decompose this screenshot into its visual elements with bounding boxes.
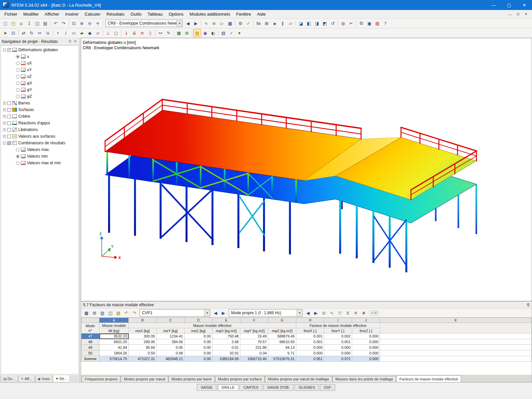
show-results-icon[interactable]: ∿ — [202, 19, 210, 27]
column-letter[interactable]: G — [268, 318, 296, 323]
expander-icon[interactable] — [3, 122, 6, 125]
menu-afficher[interactable]: Afficher — [42, 10, 62, 18]
result-panel-icon[interactable]: ▦ — [226, 19, 234, 27]
free-load-icon[interactable]: ◊ — [146, 29, 154, 37]
tree-item-phiz[interactable]: φZ — [1, 93, 78, 100]
cell-empty[interactable] — [380, 339, 532, 345]
expander-icon[interactable] — [3, 108, 6, 111]
cell-fmez[interactable]: 0.000 — [352, 339, 380, 345]
loadcase-combo[interactable]: CR8 - Enveloppe Combinsaisons Newn ▾ — [105, 20, 183, 27]
chevron-down-icon[interactable]: ▾ — [204, 310, 210, 316]
tree-item-valeurs-max[interactable]: Valeurs max. — [1, 146, 78, 153]
tree-item-combinaisons-de-resultats[interactable]: Combinaisons de résultats — [1, 140, 78, 146]
tree-item-valeurs-max-et-min[interactable]: Valeurs max et min — [1, 160, 78, 166]
column-letter[interactable]: I — [324, 318, 352, 323]
cell-mphiy[interactable]: 231.86 — [240, 345, 268, 350]
table-undo-icon[interactable]: ↶ — [122, 309, 130, 317]
tree-item-phix[interactable]: φX — [1, 80, 78, 86]
cell-mphiy[interactable]: 0.34 — [240, 350, 268, 356]
cell-fmey[interactable]: 0.002 — [324, 333, 352, 339]
tree-item-barres[interactable]: Barres — [1, 100, 78, 106]
member-icon[interactable]: ▭ — [70, 29, 78, 37]
line-icon[interactable]: ∕ — [62, 29, 70, 37]
cell-mex[interactable]: 95.66 — [129, 345, 157, 350]
checkbox[interactable] — [7, 141, 11, 145]
tab-masses-dans-les-points-de-maillage[interactable]: Masses dans les points de maillage — [332, 376, 396, 382]
pin-icon[interactable]: ⚲ — [67, 39, 72, 44]
cell-fmex[interactable]: 0.001 — [296, 333, 324, 339]
rotate-icon[interactable]: ↻ — [28, 29, 36, 37]
menu-tableau[interactable]: Tableau — [145, 10, 166, 18]
select-window-icon[interactable]: ⊡ — [9, 29, 17, 37]
row-header[interactable]: Somme — [81, 356, 99, 362]
excel-export-icon[interactable]: X — [344, 309, 352, 317]
cell-mphiz[interactable]: 94.13 — [268, 345, 296, 350]
status-saisie-dob[interactable]: SAISIE D'OB. — [263, 384, 294, 391]
cell-mphiz[interactable]: 98510.59 — [268, 339, 296, 345]
tree-item-valeurs-min[interactable]: Valeurs min — [1, 153, 78, 160]
cell-fmex[interactable]: 0.000 — [296, 345, 324, 350]
checkbox[interactable] — [16, 161, 20, 165]
status-dxf[interactable]: DXF — [320, 384, 335, 391]
cell-mex[interactable]: 0.50 — [129, 350, 157, 356]
cell-mey[interactable]: 0.08 — [157, 350, 185, 356]
cell-mphiz[interactable]: 588879.45 — [268, 333, 296, 339]
print-graphic-icon[interactable]: ▤ — [373, 19, 381, 27]
cell-mi[interactable]: 41.84 — [99, 345, 129, 350]
status-grille[interactable]: GRILLE — [217, 384, 238, 391]
row-header[interactable]: 48 — [81, 339, 99, 345]
cell-empty[interactable] — [380, 333, 532, 339]
cell-fmey[interactable]: 0.972 — [324, 356, 352, 362]
print-icon[interactable]: ▤ — [41, 19, 49, 27]
cell-mphiy[interactable]: 19.49 — [240, 333, 268, 339]
dimension-icon[interactable]: ↔ — [157, 29, 165, 37]
menu-fenetre[interactable]: Fenêtre — [233, 10, 254, 18]
undo-icon[interactable]: ↶ — [52, 19, 60, 27]
menu-modifier[interactable]: Modifier — [20, 10, 42, 18]
cell-empty[interactable] — [380, 345, 532, 350]
tab-modes-propres-par-surface[interactable]: Modes propres par surface — [215, 376, 265, 382]
zoom-window-icon[interactable]: ⊡ — [70, 19, 78, 27]
expander-icon[interactable] — [3, 115, 6, 118]
cell-mi[interactable]: 1864.26 — [99, 350, 129, 356]
cell-fmez[interactable]: 0.000 — [352, 333, 380, 339]
menu-calculer[interactable]: Calculer — [82, 10, 104, 18]
checkbox[interactable] — [16, 62, 20, 65]
import-icon[interactable]: ↧ — [25, 19, 33, 27]
zoom-in-icon[interactable]: ⊕ — [78, 19, 86, 27]
support-icon[interactable]: ⊥ — [104, 29, 112, 37]
delete-result-icon[interactable]: ✕ — [352, 309, 360, 317]
mdi-minimize-button[interactable]: — — [506, 11, 514, 18]
cell-mez[interactable]: 0.00 — [185, 356, 212, 362]
cell-fmez[interactable]: 0.000 — [352, 345, 380, 350]
panel-toggle-icon[interactable]: ▥ — [193, 29, 201, 37]
menu-aide[interactable]: Aide — [254, 10, 269, 18]
table-corner[interactable] — [81, 318, 99, 323]
calculate-icon[interactable]: ⚙ — [236, 19, 244, 27]
cell-mphix[interactable]: 0.01 — [212, 345, 240, 350]
filter-icon[interactable]: ▽ — [336, 309, 344, 317]
menu-options[interactable]: Options — [166, 10, 187, 18]
surface-icon[interactable]: ▰ — [78, 29, 86, 37]
checkbox[interactable] — [16, 95, 20, 98]
menu-inserer[interactable]: Insérer — [62, 10, 81, 18]
column-letter[interactable]: A — [99, 318, 129, 323]
tree-item-liberations[interactable]: Libérations — [1, 126, 78, 133]
cell-mi[interactable]: 570614.75 — [99, 356, 129, 362]
checkbox[interactable] — [7, 115, 11, 118]
tab-modes-propres-par-noeud-de-maillage[interactable]: Modes propres par nœud de maillage — [265, 376, 332, 382]
expander-icon[interactable] — [3, 135, 6, 138]
split-table-icon[interactable]: ◫ — [106, 309, 114, 317]
guidelines-icon[interactable]: ‖ — [279, 19, 287, 27]
find-icon[interactable]: ⊙ — [320, 309, 328, 317]
checkbox[interactable] — [16, 155, 20, 158]
help-icon[interactable]: ? — [381, 19, 389, 27]
opening-icon[interactable]: ▱ — [94, 29, 102, 37]
cell-mey[interactable]: 384.06 — [157, 339, 185, 345]
cell-mi[interactable]: 9532.20 — [99, 333, 129, 339]
menu-resultats[interactable]: Résultats — [103, 10, 127, 18]
nav-tab-vues[interactable]: ◉ Vues — [35, 375, 53, 382]
chevron-down-icon[interactable]: ▾ — [177, 20, 182, 27]
table-redo-icon[interactable]: ↷ — [130, 309, 138, 317]
cell-mex[interactable]: 300.05 — [129, 333, 157, 339]
